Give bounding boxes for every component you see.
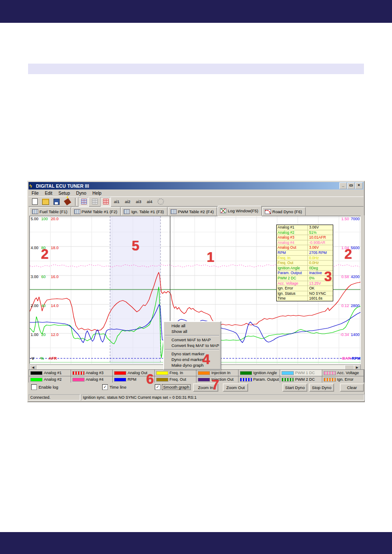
context-item-dyno-start-marker[interactable]: Dyno start marker xyxy=(164,351,220,357)
legend-acc-voltage[interactable]: Acc. Voltage xyxy=(322,370,364,376)
new-button[interactable] xyxy=(29,197,40,207)
tab-pwm-table-2-f4-[interactable]: PWM Table #2 (F4) xyxy=(168,207,217,215)
close-button[interactable]: × xyxy=(355,182,363,189)
legend-analog-1[interactable]: Analog #1 xyxy=(29,370,71,376)
svg-text:-V: -V xyxy=(30,356,34,361)
menu-help[interactable]: Help xyxy=(89,191,105,196)
open-button[interactable] xyxy=(40,197,51,207)
tab-label: Road Dyno (F6) xyxy=(272,209,302,214)
ai1-button[interactable]: ai1 xyxy=(111,197,122,207)
context-item-dyno-end-marker[interactable]: Dyno end marker xyxy=(164,357,220,362)
legend-injection-in[interactable]: Injection In xyxy=(196,370,239,376)
svg-text:AFR: AFR xyxy=(49,356,57,361)
legend-analog-3[interactable]: Analog #3 xyxy=(71,370,113,376)
legend-pwm-1-dc[interactable]: PWM 1 DC xyxy=(280,370,322,376)
svg-text:14.0: 14.0 xyxy=(51,304,59,308)
ai2-button[interactable]: ai2 xyxy=(122,197,133,207)
legend-pwm-2-dc[interactable]: PWM 2 DC xyxy=(280,376,322,383)
callout-3: 3 xyxy=(324,270,331,283)
legend-ign-error[interactable]: Ign. Error xyxy=(322,376,364,383)
minimize-button[interactable]: _ xyxy=(339,182,347,189)
title-bar[interactable]: ϟ DIGITAL ECU TUNER III _ ▭ × xyxy=(29,182,363,189)
menu-setup[interactable]: Setup xyxy=(55,191,73,196)
legend-swatch xyxy=(114,378,126,382)
svg-text:4200: 4200 xyxy=(351,275,360,279)
svg-text:20: 20 xyxy=(41,332,46,337)
legend-analog-2[interactable]: Analog #2 xyxy=(29,376,71,383)
svg-text:20.0: 20.0 xyxy=(51,217,59,221)
grid-gray-button[interactable] xyxy=(89,197,100,207)
toolbar-separator xyxy=(75,198,77,206)
chart-region: 5.0010020.04.008018.03.006016.02.004014.… xyxy=(29,215,364,369)
legend-swatch xyxy=(114,371,126,375)
tab-pwm-table-1-f2-[interactable]: PWM Table #1 (F2) xyxy=(71,207,121,215)
menu-file[interactable]: File xyxy=(29,191,42,196)
document-page: ϟ DIGITAL ECU TUNER III _ ▭ × FileEditSe… xyxy=(0,0,392,554)
legend-label: PWM 1 DC xyxy=(295,371,315,375)
svg-text:%: % xyxy=(40,356,44,361)
legend-ignition-angle[interactable]: Ignition Angle xyxy=(239,370,281,376)
maximize-button[interactable]: ▭ xyxy=(347,182,355,189)
info-label: Ign. Error xyxy=(277,286,308,291)
clear-log-button[interactable] xyxy=(62,197,73,207)
tab-road-dyno-f6-[interactable]: Road Dyno (F6) xyxy=(262,207,306,215)
info-label: Ignition Angle xyxy=(277,266,308,271)
checkbox-mark xyxy=(31,384,37,390)
legend-param-output[interactable]: Param. Output xyxy=(239,376,281,383)
legend-label: Analog #3 xyxy=(86,371,104,375)
menu-edit[interactable]: Edit xyxy=(42,191,55,196)
info-value: 0.0Hz xyxy=(308,261,333,265)
grid-color-button[interactable] xyxy=(78,197,89,207)
info-label: Freq. Out xyxy=(277,261,308,265)
checkbox-enable-log[interactable]: Enable log xyxy=(31,384,58,390)
info-value: 0.0Hz xyxy=(308,256,333,261)
legend-swatch xyxy=(282,378,294,382)
tab-label: Ign. Table #1 (F3) xyxy=(131,209,164,214)
context-item-convert-maf-to-map[interactable]: Convert MAF to MAP xyxy=(164,337,220,343)
stop-dyno-button[interactable]: Stop Dyno xyxy=(309,383,334,392)
checkbox-smooth-graph[interactable]: ✓Smooth graph xyxy=(155,384,190,390)
table-icon xyxy=(124,209,130,214)
legend-swatch xyxy=(198,378,210,382)
zoom-out-button[interactable]: Zoom Out xyxy=(223,383,248,392)
ai4-icon: ai4 xyxy=(147,200,153,204)
settings-button[interactable] xyxy=(155,197,166,207)
legend-freq-out[interactable]: Freq. Out xyxy=(155,376,197,383)
context-item-hide-all[interactable]: Hide all xyxy=(164,323,220,329)
dyno-icon xyxy=(265,209,271,214)
checkbox-mark: ✓ xyxy=(155,384,160,390)
legend-label: Analog #1 xyxy=(44,371,62,375)
ai3-button[interactable]: ai3 xyxy=(133,197,144,207)
svg-text:60: 60 xyxy=(41,275,46,279)
checkbox-time-line[interactable]: ✓Time line xyxy=(102,384,126,390)
callout-5: 5 xyxy=(132,239,139,253)
grid-red-button[interactable] xyxy=(100,197,111,207)
grid-gray-icon xyxy=(92,199,98,204)
svg-text:18.0: 18.0 xyxy=(51,246,59,250)
tab-bar: Fuel Table (F1)PWM Table #1 (F2)Ign. Tab… xyxy=(29,207,363,215)
grid-red-icon xyxy=(103,199,109,204)
tab-ign-table-1-f3-[interactable]: Ign. Table #1 (F3) xyxy=(121,207,167,215)
log-graph-plot[interactable]: 5.0010020.04.008018.03.006016.02.004014.… xyxy=(29,216,361,364)
ai4-button[interactable]: ai4 xyxy=(144,197,155,207)
svg-text:5.00: 5.00 xyxy=(31,217,39,221)
legend-analog-4[interactable]: Analog #4 xyxy=(71,376,113,383)
save-button[interactable] xyxy=(51,197,62,207)
svg-text:5600: 5600 xyxy=(351,246,360,250)
info-value: 51% xyxy=(308,230,333,235)
context-item-make-dyno-graph[interactable]: Make dyno graph xyxy=(164,362,220,368)
page-top-banner xyxy=(0,0,392,23)
start-dyno-button[interactable]: Start Dyno xyxy=(282,383,307,392)
tab-fuel-table-f1-[interactable]: Fuel Table (F1) xyxy=(29,207,71,215)
clear-button[interactable]: Clear xyxy=(340,383,364,392)
ai2-icon: ai2 xyxy=(125,200,131,204)
context-item-show-all[interactable]: Show all xyxy=(164,329,220,334)
context-item-convert-freq-maf-to-map[interactable]: Convert freq MAF to MAP xyxy=(164,343,220,348)
ai1-icon: ai1 xyxy=(114,200,120,204)
info-label: Analog #4 xyxy=(277,240,308,245)
menu-dyno[interactable]: Dyno xyxy=(73,191,89,196)
legend-freq-in[interactable]: Freq. In xyxy=(155,370,197,376)
legend-swatch xyxy=(156,378,168,382)
legend-swatch xyxy=(240,378,252,382)
tab-log-window-f5-[interactable]: Log Window(F5) xyxy=(217,206,262,215)
